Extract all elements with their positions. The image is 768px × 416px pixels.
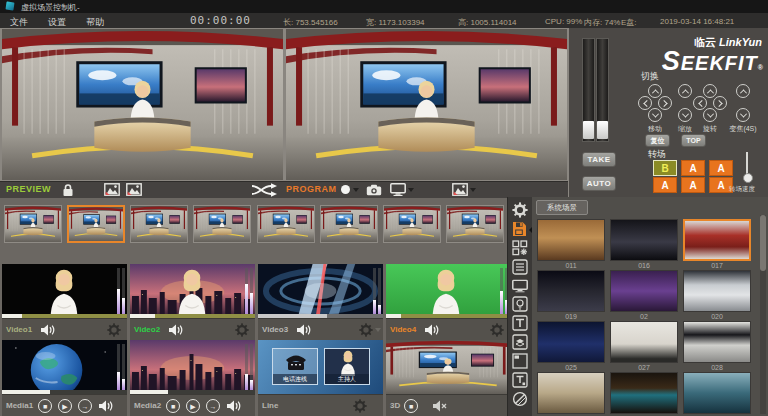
- speaker-muted-icon[interactable]: [432, 400, 447, 412]
- scene-thumb-027[interactable]: [610, 321, 678, 363]
- transition-button-b[interactable]: B: [653, 160, 677, 176]
- program-monitor[interactable]: [286, 29, 567, 180]
- pad-rotate-down-button[interactable]: [703, 108, 717, 122]
- transition-speed-slider[interactable]: [746, 152, 748, 180]
- reset-button[interactable]: 复位: [645, 134, 670, 147]
- tbar-track-right[interactable]: [596, 38, 609, 142]
- list-icon[interactable]: [512, 259, 528, 275]
- stop-button[interactable]: ■: [38, 399, 52, 413]
- swap-transition-icon[interactable]: [250, 183, 279, 197]
- light-bulb-icon[interactable]: [512, 296, 528, 312]
- frame-icon[interactable]: [512, 353, 528, 369]
- scene-thumb-row4-3[interactable]: [683, 372, 751, 414]
- scene-thumb-017-selected[interactable]: [683, 219, 751, 261]
- pad-rotate-up-button[interactable]: [703, 84, 717, 98]
- gear-icon[interactable]: [235, 322, 249, 338]
- pad-rotate-left-button[interactable]: [693, 96, 707, 110]
- angle-thumb-8[interactable]: [446, 205, 504, 243]
- threed-thumbnail-selected[interactable]: [386, 340, 510, 394]
- pad-rotate-right-button[interactable]: [713, 96, 727, 110]
- speaker-icon[interactable]: [296, 324, 311, 336]
- transition-button-a4[interactable]: A: [681, 177, 705, 193]
- scene-thumb-02[interactable]: [610, 270, 678, 312]
- scene-scrollbar[interactable]: [760, 215, 766, 414]
- media1-thumbnail[interactable]: [2, 340, 127, 394]
- scene-tab-system[interactable]: 系统场景: [536, 200, 588, 215]
- stop-button[interactable]: ■: [404, 399, 418, 413]
- layers-icon[interactable]: [512, 334, 528, 350]
- monitor-icon[interactable]: [512, 278, 528, 294]
- subtitle-tool-icon[interactable]: [512, 372, 528, 388]
- angle-thumb-3[interactable]: [130, 205, 188, 243]
- settings-gear-icon[interactable]: [512, 202, 528, 218]
- preview-image-icon[interactable]: [126, 183, 142, 196]
- video1-thumbnail[interactable]: [2, 264, 127, 318]
- line-phone-tile[interactable]: 电话连线: [272, 348, 318, 385]
- top-button[interactable]: TOP: [681, 134, 706, 147]
- transition-button-a2[interactable]: A: [709, 160, 733, 176]
- record-caret-icon[interactable]: [353, 188, 359, 192]
- pad-move-right-button[interactable]: [658, 96, 672, 110]
- speaker-icon[interactable]: [168, 324, 183, 336]
- video3-thumbnail[interactable]: [258, 264, 383, 318]
- angle-thumb-4[interactable]: [193, 205, 251, 243]
- loop-button[interactable]: →: [78, 399, 92, 413]
- pad-scale-up-button[interactable]: [678, 84, 692, 98]
- lock-icon[interactable]: [62, 183, 74, 197]
- text-tool-icon[interactable]: [512, 315, 528, 331]
- slider-knob[interactable]: [743, 173, 753, 183]
- loop-button[interactable]: →: [206, 399, 220, 413]
- angle-thumb-7[interactable]: [383, 205, 441, 243]
- tbar-handle-left[interactable]: [583, 121, 594, 139]
- video4-thumbnail[interactable]: [386, 264, 510, 318]
- angle-thumb-6[interactable]: [320, 205, 378, 243]
- save-floppy-icon[interactable]: [512, 221, 528, 237]
- speaker-icon[interactable]: [98, 400, 113, 412]
- pad-move-left-button[interactable]: [638, 96, 652, 110]
- speaker-icon[interactable]: [40, 324, 55, 336]
- speaker-icon[interactable]: [424, 324, 439, 336]
- angle-thumb-2-selected[interactable]: [67, 205, 125, 243]
- play-button[interactable]: ▶: [186, 399, 200, 413]
- line-host-tile[interactable]: 主持人: [324, 348, 370, 385]
- angle-thumb-5[interactable]: [257, 205, 315, 243]
- play-button[interactable]: ▶: [58, 399, 72, 413]
- scene-thumb-row4-2[interactable]: [610, 372, 678, 414]
- tbar-track-left[interactable]: [582, 38, 595, 142]
- preview-snapshot-icon[interactable]: [104, 183, 120, 196]
- speaker-icon[interactable]: [226, 400, 241, 412]
- stream-caret-icon[interactable]: [408, 188, 414, 192]
- caret-icon[interactable]: [375, 328, 381, 332]
- scene-thumb-025[interactable]: [537, 321, 605, 363]
- gear-icon[interactable]: [490, 322, 504, 338]
- overlay-caret-icon[interactable]: [470, 188, 476, 192]
- take-button[interactable]: TAKE: [582, 152, 616, 167]
- disable-block-icon[interactable]: [512, 391, 528, 407]
- gear-icon[interactable]: [359, 322, 373, 338]
- transition-button-a1[interactable]: A: [681, 160, 705, 176]
- scene-thumb-row4-1[interactable]: [537, 372, 605, 414]
- preview-monitor[interactable]: [2, 29, 283, 180]
- stop-button[interactable]: ■: [166, 399, 180, 413]
- scene-thumb-019[interactable]: [537, 270, 605, 312]
- video2-thumbnail[interactable]: [130, 264, 255, 318]
- line-thumbnail[interactable]: 电话连线 主持人: [258, 340, 383, 394]
- camera-snapshot-icon[interactable]: [366, 184, 382, 196]
- pad-move-down-button[interactable]: [648, 108, 662, 122]
- scene-windows-icon[interactable]: [512, 240, 528, 256]
- scene-thumb-020[interactable]: [683, 270, 751, 312]
- tbar-handle-right[interactable]: [597, 121, 608, 139]
- media2-thumbnail[interactable]: [130, 340, 255, 394]
- stream-display-icon[interactable]: [390, 183, 406, 196]
- pad-move-up-button[interactable]: [648, 84, 662, 98]
- scene-thumb-016[interactable]: [610, 219, 678, 261]
- pad-zoom-down-button[interactable]: [736, 108, 750, 122]
- auto-button[interactable]: AUTO: [582, 176, 616, 191]
- pad-zoom-up-button[interactable]: [736, 84, 750, 98]
- scrollbar-thumb[interactable]: [760, 215, 766, 271]
- scene-thumb-028[interactable]: [683, 321, 751, 363]
- transition-button-a3[interactable]: A: [653, 177, 677, 193]
- pad-scale-down-button[interactable]: [678, 108, 692, 122]
- gear-icon[interactable]: [107, 322, 121, 338]
- gear-icon[interactable]: [353, 398, 367, 414]
